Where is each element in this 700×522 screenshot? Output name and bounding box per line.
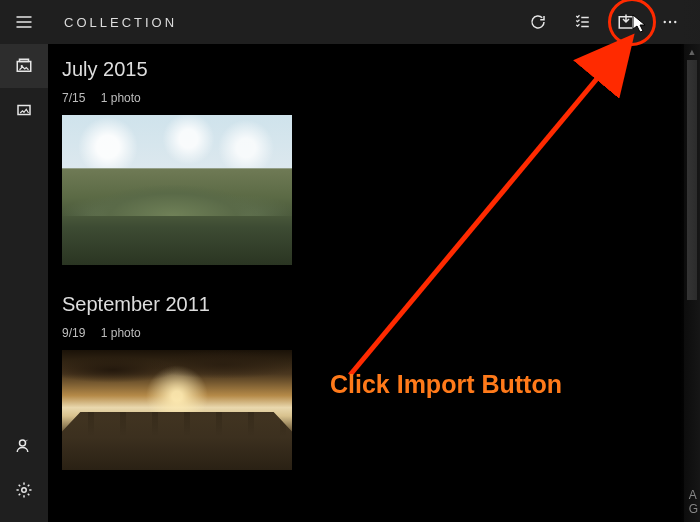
main: COLLECTION July 2015 7/15 1 photo xyxy=(48,0,700,522)
scroll-up-button[interactable]: ▲ xyxy=(684,44,700,60)
month-date: 9/19 xyxy=(62,326,85,340)
month-subtitle: 9/19 1 photo xyxy=(62,326,686,340)
sidebar-item-albums[interactable] xyxy=(0,88,48,132)
header: COLLECTION xyxy=(48,0,700,44)
import-icon xyxy=(617,13,635,31)
month-count: 1 photo xyxy=(101,91,141,105)
more-button[interactable] xyxy=(648,0,692,44)
svg-point-5 xyxy=(22,488,27,493)
sidebar xyxy=(0,0,48,522)
refresh-icon xyxy=(529,13,547,31)
sidebar-item-collection[interactable] xyxy=(0,44,48,88)
albums-icon xyxy=(15,101,33,119)
scroll-track[interactable] xyxy=(684,60,700,506)
svg-point-8 xyxy=(669,21,671,23)
select-icon xyxy=(573,13,591,31)
scrollbar[interactable]: ▲ xyxy=(684,44,700,522)
peek-panel: A G xyxy=(689,488,698,516)
sign-in-button[interactable] xyxy=(0,424,48,468)
svg-point-9 xyxy=(674,21,676,23)
gear-icon xyxy=(15,481,33,499)
svg-rect-0 xyxy=(17,62,31,72)
select-button[interactable] xyxy=(560,0,604,44)
photo-thumbnail[interactable] xyxy=(62,115,292,265)
svg-point-7 xyxy=(664,21,666,23)
svg-rect-1 xyxy=(20,59,29,61)
hamburger-button[interactable] xyxy=(0,0,48,44)
more-icon xyxy=(661,13,679,31)
scroll-thumb[interactable] xyxy=(687,60,697,300)
person-icon xyxy=(15,437,33,455)
collection-icon xyxy=(15,57,33,75)
month-date: 7/15 xyxy=(62,91,85,105)
settings-button[interactable] xyxy=(0,468,48,512)
month-section: September 2011 9/19 1 photo xyxy=(62,293,686,470)
photo-thumbnail[interactable] xyxy=(62,350,292,470)
month-title[interactable]: July 2015 xyxy=(62,58,686,81)
content-area[interactable]: July 2015 7/15 1 photo September 2011 9/… xyxy=(48,44,700,522)
refresh-button[interactable] xyxy=(516,0,560,44)
month-subtitle: 7/15 1 photo xyxy=(62,91,686,105)
month-count: 1 photo xyxy=(101,326,141,340)
month-title[interactable]: September 2011 xyxy=(62,293,686,316)
hamburger-icon xyxy=(14,12,34,32)
month-section: July 2015 7/15 1 photo xyxy=(62,58,686,265)
import-button[interactable] xyxy=(604,0,648,44)
page-title: COLLECTION xyxy=(64,15,177,30)
